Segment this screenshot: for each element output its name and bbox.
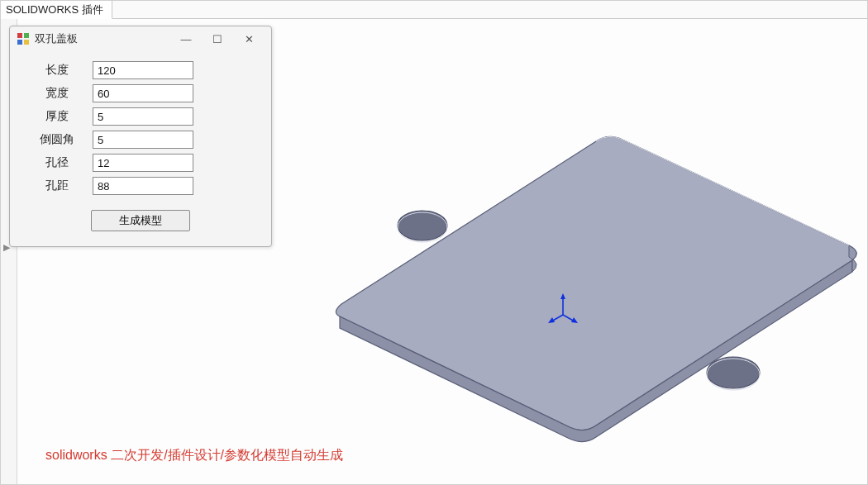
minimize-button[interactable]: — — [170, 28, 202, 50]
model-plate — [265, 85, 867, 484]
svg-point-27 — [707, 357, 760, 388]
field-fillet: 倒圆角 — [21, 131, 260, 149]
width-input[interactable] — [93, 84, 193, 102]
hole-distance-input[interactable] — [93, 177, 193, 195]
dialog-titlebar[interactable]: 双孔盖板 — ☐ ✕ — [10, 26, 271, 51]
hole-diameter-input[interactable] — [93, 154, 193, 172]
tab-solidworks-plugin[interactable]: SOLIDWORKS 插件 — [1, 1, 112, 19]
field-hole-dist: 孔距 — [21, 177, 260, 195]
field-label: 孔径 — [21, 155, 93, 170]
generate-model-button[interactable]: 生成模型 — [91, 210, 190, 231]
dialog-double-hole-cover: 双孔盖板 — ☐ ✕ 长度 宽度 厚度 倒圆角 孔径 — [9, 26, 272, 247]
svg-marker-30 — [560, 293, 565, 299]
dialog-title-text: 双孔盖板 — [35, 31, 78, 46]
maximize-button[interactable]: ☐ — [202, 28, 233, 50]
thickness-input[interactable] — [93, 107, 193, 126]
dialog-body: 长度 宽度 厚度 倒圆角 孔径 孔距 — [10, 51, 271, 246]
svg-rect-37 — [17, 40, 22, 45]
field-label: 长度 — [21, 63, 93, 78]
field-thickness: 厚度 — [21, 107, 260, 126]
svg-rect-36 — [24, 33, 29, 38]
field-label: 孔距 — [21, 178, 93, 193]
origin-triad-icon — [546, 292, 579, 325]
field-label: 厚度 — [21, 109, 93, 124]
field-label: 宽度 — [21, 86, 93, 101]
close-button[interactable]: ✕ — [233, 28, 265, 50]
field-hole-dia: 孔径 — [21, 154, 260, 172]
svg-rect-35 — [17, 33, 22, 38]
watermark-caption: solidworks 二次开发/插件设计/参数化模型自动生成 — [45, 447, 343, 464]
svg-rect-38 — [24, 40, 29, 45]
app-root: SOLIDWORKS 插件 ▶ ▾ ▾ ▾ ▾ — [0, 0, 868, 485]
field-length: 长度 — [21, 61, 260, 79]
fillet-input[interactable] — [93, 131, 193, 149]
svg-point-25 — [398, 211, 447, 240]
field-width: 宽度 — [21, 84, 260, 102]
app-icon — [17, 32, 30, 45]
field-label: 倒圆角 — [21, 132, 93, 147]
length-input[interactable] — [93, 61, 193, 79]
tab-strip: SOLIDWORKS 插件 — [1, 1, 867, 19]
